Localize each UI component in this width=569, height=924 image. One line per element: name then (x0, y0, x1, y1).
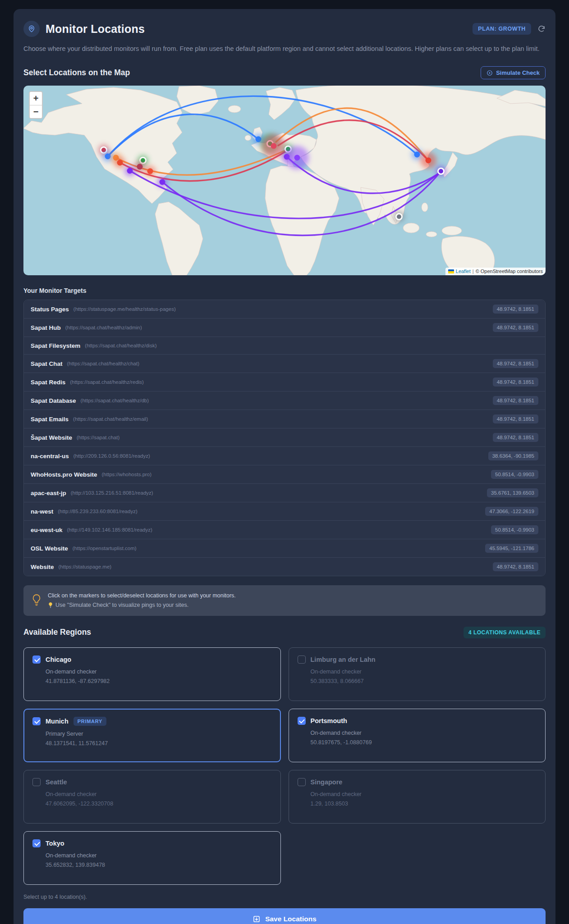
table-row[interactable]: Sapat Chat (https://sapat.chat/healthz/c… (24, 354, 545, 373)
target-name: Šapat Website (31, 434, 72, 441)
table-row[interactable]: na-west (http://85.239.233.60:8081/ready… (24, 502, 545, 520)
region-checkbox[interactable] (32, 839, 41, 847)
target-coordinates-badge: 38.6364, -90.1985 (488, 451, 538, 460)
target-coordinates-badge: 48.9742, 8.1851 (493, 433, 538, 442)
table-row[interactable]: Sapat Emails (https://sapat.chat/healthz… (24, 410, 545, 428)
save-icon (252, 915, 261, 923)
target-name: eu-west-uk (31, 527, 63, 533)
target-name: Sapat Database (31, 397, 76, 404)
table-row[interactable]: na-central-us (http://209.126.0.56:8081/… (24, 446, 545, 465)
target-url: (https://statuspage.me/healthz/status-pa… (73, 306, 176, 312)
table-row[interactable]: Sapat Hub (https://sapat.chat/healthz/ad… (24, 318, 545, 337)
region-name: Limburg an der Lahn (311, 656, 376, 663)
target-coordinates-badge: 48.9742, 8.1851 (493, 378, 538, 387)
map-marker[interactable] (420, 152, 436, 168)
table-row[interactable]: Sapat Database (https://sapat.chat/healt… (24, 391, 545, 410)
primary-badge: PRIMARY (73, 717, 106, 726)
map-marker[interactable] (394, 211, 404, 222)
target-coordinates-badge: 45.5945, -121.1786 (485, 544, 538, 553)
table-row[interactable]: eu-west-uk (http://149.102.146.185:8081/… (24, 520, 545, 539)
target-coordinates-badge: 48.9742, 8.1851 (493, 359, 538, 368)
region-checkbox[interactable] (298, 717, 306, 725)
region-card-singapore[interactable]: Singapore On-demand checker 1.29, 103.85… (289, 770, 546, 824)
save-locations-button[interactable]: Save Locations (23, 908, 546, 924)
zoom-out-button[interactable]: − (30, 105, 42, 118)
zoom-in-button[interactable]: + (30, 92, 42, 105)
table-row[interactable]: OSL Website (https://openstartuplist.com… (24, 539, 545, 557)
region-card-chicago[interactable]: Chicago On-demand checker 41.8781136, -8… (23, 647, 281, 701)
map-section-title: Select Locations on the Map (23, 68, 130, 77)
table-row[interactable]: Status Pages (https://statuspage.me/heal… (24, 300, 545, 318)
target-url: (https://statuspage.me) (59, 564, 112, 569)
target-name: Sapat Redis (31, 379, 65, 386)
region-coordinates: 50.8197675, -1.0880769 (311, 739, 537, 746)
leaflet-link[interactable]: Leaflet (456, 269, 471, 274)
target-name: Status Pages (31, 306, 69, 313)
table-row[interactable]: apac-east-jp (http://103.125.216.51:8081… (24, 483, 545, 502)
region-checkbox[interactable] (32, 778, 41, 786)
region-description: On-demand checker (46, 791, 272, 797)
tip-line-2: Use "Simulate Check" to visualize pings … (55, 601, 188, 610)
target-name: Sapat Hub (31, 324, 61, 331)
table-row[interactable]: Website (https://statuspage.me) 48.9742,… (24, 557, 545, 576)
map-marker[interactable] (262, 134, 285, 158)
region-checkbox[interactable] (298, 778, 306, 786)
header: Monitor Locations PLAN: GROWTH (23, 21, 546, 37)
regions-grid: Chicago On-demand checker 41.8781136, -8… (23, 647, 546, 885)
map-canvas (23, 86, 546, 275)
target-coordinates-badge: 48.9742, 8.1851 (493, 323, 538, 332)
table-row[interactable]: Šapat Website (https://sapat.chat) 48.97… (24, 428, 545, 446)
region-card-munich[interactable]: Munich PRIMARY Primary Server 48.1371541… (23, 709, 281, 762)
map-pin-icon (23, 21, 40, 37)
targets-list: Status Pages (https://statuspage.me/heal… (23, 300, 546, 576)
refresh-icon[interactable] (537, 25, 546, 33)
world-map[interactable]: + − Leaflet | © OpenStreetMap contributo… (23, 86, 546, 275)
target-url: (http://85.239.233.60:8081/readyz) (58, 509, 137, 514)
target-coordinates-badge: 48.9742, 8.1851 (493, 414, 538, 423)
region-name: Portsmouth (311, 717, 347, 724)
region-coordinates: 41.8781136, -87.6297982 (46, 678, 272, 684)
tip-line-1: Click on the markers to select/deselect … (48, 591, 236, 601)
region-card-seattle[interactable]: Seattle On-demand checker 47.6062095, -1… (23, 770, 281, 824)
region-checkbox[interactable] (298, 655, 306, 664)
target-coordinates-badge: 50.8514, -0.9903 (491, 470, 538, 479)
region-checkbox[interactable] (32, 655, 41, 664)
table-row[interactable]: Sapat Redis (https://sapat.chat/healthz/… (24, 373, 545, 391)
map-marker[interactable] (115, 157, 125, 168)
map-marker[interactable] (436, 166, 446, 177)
map-marker[interactable] (285, 146, 309, 169)
target-coordinates-badge: 50.8514, -0.9903 (491, 525, 538, 534)
target-name: Sapat Emails (31, 416, 69, 423)
target-url: (http://209.126.0.56:8081/readyz) (73, 453, 150, 459)
play-circle-icon (486, 70, 493, 76)
continents (23, 86, 546, 275)
map-marker[interactable] (134, 161, 145, 172)
region-name: Chicago (46, 656, 71, 663)
target-url: (https://whohosts.pro) (102, 472, 152, 477)
region-card-tokyo[interactable]: Tokyo On-demand checker 35.652832, 139.8… (23, 831, 281, 885)
region-card-limburg-an-der-lahn[interactable]: Limburg an der Lahn On-demand checker 50… (289, 647, 546, 701)
map-marker[interactable] (124, 165, 135, 176)
map-marker[interactable] (145, 166, 156, 177)
target-coordinates-badge: 48.9742, 8.1851 (493, 305, 538, 314)
osm-attribution[interactable]: © OpenStreetMap contributors (476, 269, 543, 274)
simulate-check-button[interactable]: Simulate Check (481, 66, 546, 79)
target-url: (https://sapat.chat/healthz/disk) (85, 343, 156, 348)
table-row[interactable]: WhoHosts.pro Website (https://whohosts.p… (24, 465, 545, 483)
target-url: (https://sapat.chat/healthz/redis) (70, 379, 144, 385)
region-name: Tokyo (46, 840, 64, 847)
map-zoom-control: + − (29, 91, 43, 119)
region-description: Primary Server (46, 731, 272, 737)
plan-badge: PLAN: GROWTH (473, 23, 531, 35)
page-title: Monitor Locations (46, 23, 145, 36)
lightbulb-icon (32, 594, 41, 607)
region-description: On-demand checker (311, 730, 537, 736)
target-url: (https://sapat.chat/healthz/chat) (67, 361, 139, 366)
map-marker[interactable] (157, 177, 168, 187)
region-card-portsmouth[interactable]: Portsmouth On-demand checker 50.8197675,… (289, 709, 546, 762)
monitor-locations-panel: Monitor Locations PLAN: GROWTH Choose wh… (14, 9, 555, 924)
region-checkbox[interactable] (32, 717, 41, 725)
regions-heading: Available Regions (23, 628, 91, 637)
target-url: (http://103.125.216.51:8081/readyz) (71, 490, 153, 496)
table-row[interactable]: Sapat Filesystem (https://sapat.chat/hea… (24, 337, 545, 354)
